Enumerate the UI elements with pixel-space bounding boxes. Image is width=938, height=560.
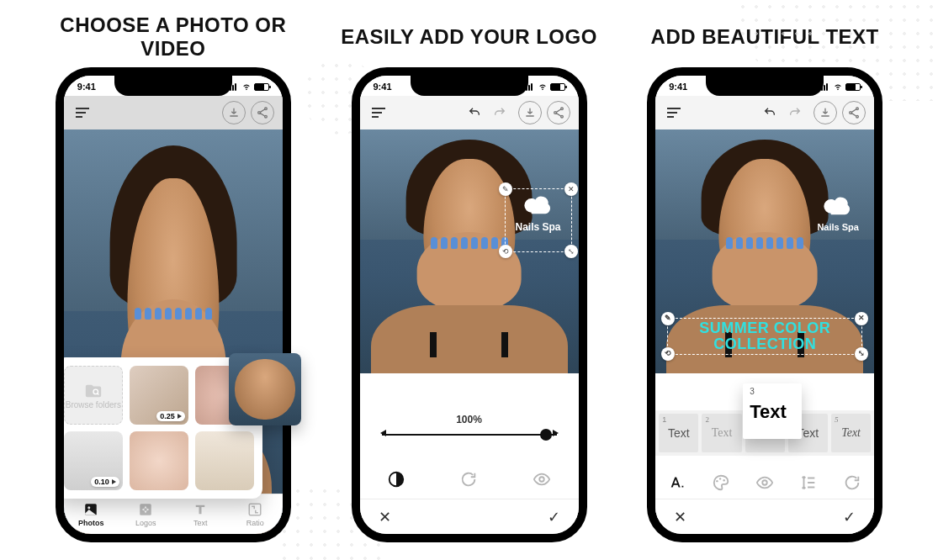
font-tool[interactable] xyxy=(665,470,690,495)
browse-folders-button[interactable]: Browse folders xyxy=(64,366,123,425)
share-button[interactable] xyxy=(842,101,866,124)
menu-icon[interactable] xyxy=(372,108,385,118)
delete-handle[interactable]: ✕ xyxy=(564,182,578,196)
nav-ratio-label: Ratio xyxy=(246,519,264,527)
text-icon xyxy=(193,502,208,517)
logos-icon xyxy=(138,502,153,517)
video-duration-badge: 0.10 xyxy=(91,477,119,487)
selected-photo-thumb[interactable] xyxy=(229,353,301,425)
phone-frame: 9:41 xyxy=(647,67,882,542)
svg-point-9 xyxy=(723,479,725,481)
canvas-photo[interactable]: ✎ ✕ ⟲ ⤡ Nails Spa xyxy=(360,129,579,373)
logo-graphic xyxy=(821,195,855,220)
font-preview-popup[interactable]: 3 Text xyxy=(743,383,802,439)
gallery-thumb[interactable]: 0.25 xyxy=(130,366,188,425)
resize-handle[interactable]: ⤡ xyxy=(564,245,578,258)
svg-point-2 xyxy=(88,506,91,509)
font-option[interactable]: 5Text xyxy=(831,414,871,452)
nav-logos-label: Logos xyxy=(135,519,156,527)
nav-text[interactable]: Text xyxy=(173,494,228,534)
svg-point-6 xyxy=(539,477,544,482)
svg-rect-4 xyxy=(250,504,262,515)
slider-knob[interactable] xyxy=(540,429,552,441)
bottom-nav: Photos Logos Text Ratio xyxy=(64,494,283,534)
opacity-slider[interactable]: 100% xyxy=(382,414,557,436)
ratio-icon xyxy=(247,502,262,517)
logo-element[interactable]: Nails Spa xyxy=(810,190,866,244)
svg-point-7 xyxy=(716,480,718,482)
cancel-button[interactable]: ✕ xyxy=(674,508,686,526)
nav-ratio[interactable]: Ratio xyxy=(228,494,283,534)
phone-notch xyxy=(411,74,528,96)
edit-tool-row xyxy=(360,459,579,499)
font-label: Text xyxy=(668,426,690,440)
logo-selection-box[interactable]: ✎ ✕ ⟲ ⤡ Nails Spa xyxy=(505,188,572,252)
svg-rect-3 xyxy=(140,504,152,515)
phone-notch xyxy=(706,74,824,96)
top-toolbar xyxy=(655,96,874,129)
wifi-icon xyxy=(241,82,252,91)
share-button[interactable] xyxy=(547,101,570,124)
opacity-tool[interactable] xyxy=(384,467,409,492)
color-tool[interactable] xyxy=(708,470,734,495)
rotate-tool[interactable] xyxy=(840,470,865,495)
headline-panel-2: EASILY ADD YOUR LOGO xyxy=(341,13,597,61)
cancel-button[interactable]: ✕ xyxy=(379,508,391,526)
font-index: 5 xyxy=(835,415,839,424)
download-button[interactable] xyxy=(813,101,837,124)
resize-handle[interactable]: ⤡ xyxy=(855,347,868,361)
download-button[interactable] xyxy=(222,101,246,124)
nav-photos[interactable]: Photos xyxy=(64,494,119,534)
font-label: Text xyxy=(712,426,733,440)
undo-button[interactable] xyxy=(468,106,481,119)
battery-icon xyxy=(845,83,861,91)
gallery-thumb[interactable] xyxy=(195,431,254,490)
font-index: 1 xyxy=(662,415,666,424)
visibility-tool[interactable] xyxy=(752,470,777,495)
font-index: 2 xyxy=(705,415,709,424)
visibility-tool[interactable] xyxy=(529,467,554,492)
svg-point-10 xyxy=(762,480,767,485)
phone-frame: 9:41 xyxy=(352,67,587,542)
menu-icon[interactable] xyxy=(667,108,681,118)
menu-icon[interactable] xyxy=(76,108,89,118)
download-button[interactable] xyxy=(518,101,542,124)
browse-folders-label: Browse folders xyxy=(66,400,121,409)
undo-button[interactable] xyxy=(763,106,776,119)
share-button[interactable] xyxy=(251,101,274,124)
confirm-bar: ✕ ✓ xyxy=(655,499,874,534)
nav-logos[interactable]: Logos xyxy=(119,494,173,534)
redo-button[interactable] xyxy=(788,106,802,119)
gallery-thumb[interactable] xyxy=(130,431,188,490)
confirm-button[interactable]: ✓ xyxy=(548,508,560,526)
video-duration-badge: 0.25 xyxy=(156,411,185,421)
confirm-button[interactable]: ✓ xyxy=(843,508,856,526)
top-toolbar xyxy=(64,96,283,129)
battery-icon xyxy=(254,83,269,91)
rotate-handle[interactable]: ⟲ xyxy=(499,245,512,258)
phone-notch xyxy=(114,74,232,96)
font-option[interactable]: 2Text xyxy=(702,414,741,452)
headline-panel-1: CHOOSE A PHOTO OR VIDEO xyxy=(34,13,313,61)
font-label: Text xyxy=(841,426,861,440)
top-toolbar xyxy=(360,96,579,129)
logo-graphic xyxy=(522,194,555,219)
logo-text: Nails Spa xyxy=(506,221,571,233)
rotate-handle[interactable]: ⟲ xyxy=(661,347,675,361)
font-option[interactable]: 1Text xyxy=(659,414,698,452)
edit-handle[interactable]: ✎ xyxy=(499,182,512,196)
rotate-tool[interactable] xyxy=(456,467,481,492)
font-index: 3 xyxy=(750,387,795,396)
slider-value: 100% xyxy=(382,414,557,425)
nav-text-label: Text xyxy=(193,519,208,527)
play-icon xyxy=(178,414,182,419)
slider-track[interactable] xyxy=(382,434,557,436)
text-tool-row xyxy=(655,462,874,503)
battery-icon xyxy=(550,83,565,91)
gallery-thumb[interactable]: 0.10 xyxy=(64,431,123,490)
spacing-tool[interactable] xyxy=(796,470,821,495)
status-time: 9:41 xyxy=(374,82,392,92)
edit-handle[interactable]: ✎ xyxy=(661,312,675,325)
text-selection-box[interactable]: ✎ ✕ ⟲ ⤡ SUMMER COLOR COLLECTION xyxy=(667,318,862,355)
redo-button[interactable] xyxy=(493,106,506,119)
